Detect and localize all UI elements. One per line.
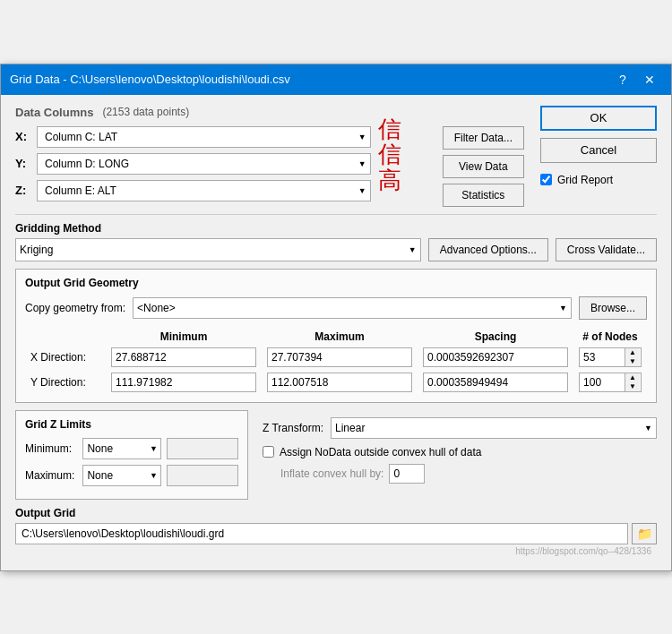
y-nodes-down[interactable]: ▼: [625, 382, 640, 391]
title-bar: Grid Data - C:\Users\lenovo\Desktop\loud…: [1, 64, 671, 95]
x-label: X:: [15, 130, 33, 143]
xyz-buttons: Filter Data... View Data Statistics: [443, 126, 524, 207]
close-button[interactable]: ✕: [637, 70, 662, 90]
x-select[interactable]: Column C: LAT: [41, 131, 366, 143]
z-row: Z: Column E: ALT ▼: [15, 180, 371, 201]
copy-geometry-select[interactable]: <None>: [134, 302, 571, 314]
y-nodes-spin-buttons: ▲ ▼: [625, 373, 640, 391]
x-direction-label: X Direction:: [25, 345, 106, 370]
cancel-button[interactable]: Cancel: [540, 138, 657, 163]
copy-geometry-dropdown[interactable]: <None> ▼: [133, 297, 572, 319]
y-min-input[interactable]: [111, 373, 256, 392]
col-header-minimum: Minimum: [106, 329, 262, 345]
statistics-button[interactable]: Statistics: [443, 184, 524, 207]
y-dropdown[interactable]: Column D: LONG ▼: [37, 153, 371, 175]
y-spacing-cell: [418, 370, 573, 395]
x-spacing-cell: [418, 345, 573, 370]
ok-button[interactable]: OK: [540, 106, 657, 131]
z-max-select[interactable]: None: [83, 469, 160, 482]
y-direction-row: Y Direction:: [25, 370, 647, 395]
y-nodes-up[interactable]: ▲: [625, 373, 640, 382]
output-grid-geometry-section: Output Grid Geometry Copy geometry from:…: [15, 269, 657, 403]
x-nodes-down[interactable]: ▼: [625, 357, 640, 366]
y-row: Y: Column D: LONG ▼: [15, 153, 371, 175]
watermark: https://blogspot.com/qo--428/1336: [15, 544, 657, 560]
grid-report-label[interactable]: Grid Report: [557, 174, 613, 186]
inflate-row: Inflate convex hull by:: [263, 464, 657, 484]
gridding-select[interactable]: Kriging: [16, 244, 420, 256]
annotation-text: 信信高: [378, 117, 401, 194]
grid-z-limits-title: Grid Z Limits: [25, 418, 238, 431]
z-max-value-input[interactable]: [167, 465, 238, 486]
z-max-row: Maximum: None ▼: [25, 465, 238, 486]
view-data-button[interactable]: View Data: [443, 155, 524, 178]
x-dropdown[interactable]: Column C: LAT ▼: [37, 126, 371, 148]
advanced-options-button[interactable]: Advanced Options...: [428, 238, 548, 261]
gridding-method-section: Gridding Method Kriging ▼ Advanced Optio…: [15, 222, 657, 261]
col-header-spacing: Spacing: [418, 329, 573, 345]
output-path-input[interactable]: [15, 523, 628, 544]
z-min-dropdown[interactable]: None ▼: [82, 438, 161, 459]
copy-geometry-label: Copy geometry from:: [25, 302, 125, 314]
z-select[interactable]: Column E: ALT: [41, 184, 366, 197]
x-nodes-cell: ▲ ▼: [573, 345, 647, 370]
data-columns-label: Data Columns: [15, 106, 93, 119]
y-nodes-input[interactable]: [580, 373, 625, 391]
z-transform-row: Z Transform: Linear ▼: [263, 417, 657, 439]
main-window: Grid Data - C:\Users\lenovo\Desktop\loud…: [0, 64, 672, 571]
folder-browse-button[interactable]: 📁: [632, 523, 657, 544]
x-nodes-input[interactable]: [580, 348, 625, 366]
z-transform-dropdown[interactable]: Linear ▼: [331, 417, 657, 439]
grid-report-row: Grid Report: [540, 174, 657, 186]
assign-nodata-label[interactable]: Assign NoData outside convex hull of dat…: [280, 446, 481, 458]
copy-geometry-row: Copy geometry from: <None> ▼ Browse...: [25, 296, 647, 320]
z-dropdown[interactable]: Column E: ALT ▼: [37, 180, 371, 201]
x-nodes-up[interactable]: ▲: [625, 348, 640, 357]
col-header-maximum: Maximum: [262, 329, 418, 345]
x-max-input[interactable]: [267, 347, 412, 367]
z-transform-section: Z Transform: Linear ▼ Assign NoData outs…: [263, 410, 657, 500]
filter-data-button[interactable]: Filter Data...: [443, 126, 524, 150]
z-min-label: Minimum:: [25, 442, 77, 455]
y-select[interactable]: Column D: LONG: [41, 158, 366, 170]
y-min-cell: [106, 370, 262, 395]
x-nodes-spinner[interactable]: ▲ ▼: [579, 347, 642, 367]
inflate-input[interactable]: [389, 464, 425, 484]
y-max-cell: [262, 370, 418, 395]
output-grid-row: Output Grid: [15, 507, 657, 519]
y-nodes-spinner[interactable]: ▲ ▼: [579, 373, 642, 392]
inflate-label: Inflate convex hull by:: [280, 467, 383, 480]
x-spacing-input[interactable]: [423, 347, 568, 367]
gridding-method-row: Kriging ▼ Advanced Options... Cross Vali…: [15, 238, 657, 261]
xyz-and-buttons: X: Column C: LAT ▼ Y:: [15, 126, 524, 207]
z-transform-label: Z Transform:: [263, 422, 323, 434]
y-spacing-input[interactable]: [423, 373, 568, 392]
top-section: Data Columns (2153 data points) X: Colum…: [15, 106, 657, 207]
y-direction-label: Y Direction:: [25, 370, 106, 395]
output-grid-geometry-title: Output Grid Geometry: [25, 277, 647, 289]
gridding-method-label: Gridding Method: [15, 222, 657, 235]
z-transform-select[interactable]: Linear: [332, 422, 656, 434]
left-panel: Data Columns (2153 data points) X: Colum…: [15, 106, 524, 207]
browse-button[interactable]: Browse...: [579, 296, 647, 320]
y-max-input[interactable]: [267, 373, 412, 392]
divider-1: [15, 214, 657, 215]
z-min-select[interactable]: None: [83, 442, 160, 455]
title-bar-buttons: ? ✕: [610, 70, 662, 90]
right-panel: OK Cancel Grid Report: [540, 106, 657, 207]
x-min-input[interactable]: [111, 347, 256, 367]
grid-table: Minimum Maximum Spacing # of Nodes X Dir…: [25, 329, 647, 395]
folder-icon: 📁: [637, 527, 652, 541]
x-row: X: Column C: LAT ▼: [15, 126, 371, 148]
help-button[interactable]: ?: [610, 70, 635, 90]
gridding-dropdown[interactable]: Kriging ▼: [15, 238, 421, 261]
z-min-value-input[interactable]: [167, 438, 238, 459]
z-max-dropdown[interactable]: None ▼: [82, 465, 161, 486]
col-header-empty: [25, 329, 106, 345]
x-nodes-spin-buttons: ▲ ▼: [625, 348, 640, 366]
cross-validate-button[interactable]: Cross Validate...: [556, 238, 657, 261]
grid-z-limits-section: Grid Z Limits Minimum: None ▼ Maximum:: [15, 410, 248, 500]
assign-nodata-checkbox[interactable]: [263, 446, 274, 458]
z-label: Z:: [15, 184, 33, 197]
grid-report-checkbox[interactable]: [540, 174, 552, 185]
